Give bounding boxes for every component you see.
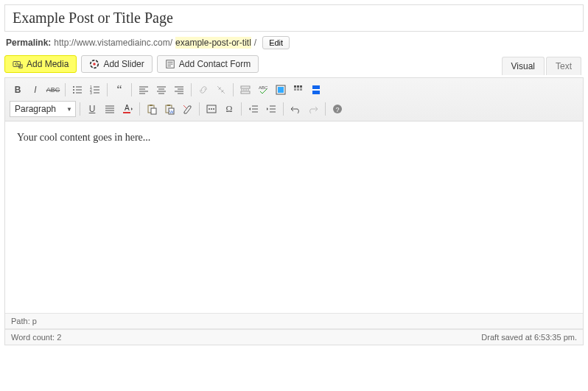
justify-icon[interactable]: [102, 101, 118, 117]
ol-icon[interactable]: 123: [87, 82, 103, 98]
svg-text:3: 3: [90, 91, 92, 95]
tab-visual[interactable]: Visual: [502, 57, 545, 75]
embed-icon[interactable]: [203, 101, 220, 117]
add-contact-form-button[interactable]: Add Contact Form: [157, 55, 259, 73]
permalink-row: Permalink: http://www.vistamediainc.com/…: [4, 32, 584, 55]
add-media-button[interactable]: Add Media: [4, 55, 77, 73]
more-icon[interactable]: [237, 82, 253, 98]
fullscreen-icon[interactable]: [273, 82, 289, 98]
content-area[interactable]: Your cool content goes in here...: [5, 121, 583, 313]
svg-rect-44: [300, 88, 302, 91]
svg-rect-41: [300, 85, 302, 88]
permalink-edit-button[interactable]: Edit: [262, 36, 290, 49]
svg-point-11: [73, 92, 74, 94]
align-right-icon[interactable]: [171, 82, 187, 98]
svg-rect-40: [297, 85, 299, 88]
svg-point-63: [213, 108, 214, 110]
ul-icon[interactable]: [69, 82, 85, 98]
char-icon[interactable]: Ω: [221, 101, 237, 117]
svg-point-10: [73, 89, 74, 91]
svg-text:A: A: [125, 104, 130, 112]
add-contact-label: Add Contact Form: [179, 59, 251, 69]
unlink-icon[interactable]: [213, 82, 229, 98]
align-left-icon[interactable]: [136, 82, 152, 98]
svg-point-62: [211, 108, 212, 110]
outdent-icon[interactable]: [245, 101, 262, 117]
svg-point-1: [15, 63, 18, 66]
permalink-base: http://www.vistamediainc.com/: [54, 38, 172, 48]
svg-rect-52: [123, 112, 130, 113]
bold-icon[interactable]: B: [10, 82, 26, 98]
help-icon[interactable]: ?: [329, 101, 346, 117]
format-select[interactable]: Paragraph: [10, 101, 76, 117]
svg-text:W: W: [169, 110, 174, 114]
svg-point-9: [73, 86, 74, 88]
camera-icon: [13, 59, 23, 69]
clear-format-icon[interactable]: [179, 101, 195, 117]
post-title-input[interactable]: [4, 4, 584, 32]
spellcheck-icon[interactable]: ABC: [255, 82, 271, 98]
svg-rect-55: [151, 108, 156, 114]
paste-word-icon[interactable]: W: [161, 101, 178, 117]
italic-icon[interactable]: I: [27, 82, 43, 98]
svg-point-4: [94, 63, 97, 66]
redo-icon[interactable]: [305, 101, 321, 117]
underline-icon[interactable]: U: [84, 101, 100, 117]
textcolor-icon[interactable]: A: [119, 101, 136, 117]
svg-text:?: ?: [336, 106, 340, 113]
word-count: Word count: 2: [11, 333, 61, 342]
permalink-slug[interactable]: example-post-or-titl: [175, 37, 251, 49]
editor-toolbar: B I ABC 123 “ ABC Paragraph U: [5, 78, 583, 121]
editor: B I ABC 123 “ ABC Paragraph U: [4, 77, 584, 345]
indent-icon[interactable]: [263, 101, 279, 117]
svg-rect-54: [150, 105, 153, 106]
undo-icon[interactable]: [287, 101, 304, 117]
form-icon: [165, 59, 175, 69]
svg-rect-42: [294, 88, 296, 91]
editor-path: Path: p: [5, 314, 583, 329]
svg-rect-39: [294, 85, 296, 88]
svg-rect-38: [278, 87, 284, 93]
svg-point-61: [209, 108, 210, 110]
add-slider-button[interactable]: Add Slider: [81, 55, 152, 73]
tab-text[interactable]: Text: [546, 57, 581, 75]
svg-rect-43: [297, 88, 299, 91]
align-center-icon[interactable]: [153, 82, 169, 98]
svg-rect-35: [241, 91, 250, 94]
paste-icon[interactable]: [144, 101, 160, 117]
link-icon[interactable]: [195, 82, 211, 98]
quote-icon[interactable]: “: [111, 82, 127, 98]
svg-rect-57: [167, 105, 170, 106]
strike-icon[interactable]: ABC: [45, 82, 61, 98]
permalink-label: Permalink:: [6, 38, 51, 48]
kitchen-sink-icon[interactable]: [290, 82, 307, 98]
svg-rect-33: [241, 86, 250, 88]
pagebreak-icon[interactable]: [308, 82, 324, 98]
draft-saved: Draft saved at 6:53:35 pm.: [481, 333, 577, 342]
slider-icon: [89, 59, 99, 69]
add-slider-label: Add Slider: [103, 59, 144, 69]
add-media-label: Add Media: [27, 59, 69, 69]
